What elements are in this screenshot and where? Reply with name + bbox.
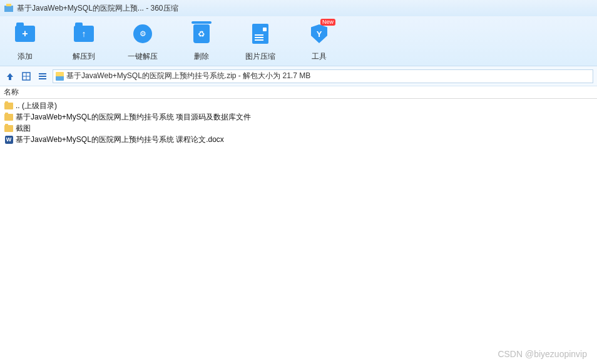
view-list-icon[interactable] [36,70,49,83]
tools-button[interactable]: New Y 工具 [300,20,338,66]
extract-icon: ↑ [74,26,94,42]
main-toolbar: + 添加 ↑ 解压到 ⚙ 一键解压 ♻ 删除 图片压缩 New Y 工具 [0,16,597,66]
list-item[interactable]: 基于JavaWeb+MySQL的医院网上预约挂号系统 项目源码及数据库文件 [0,111,597,123]
list-item[interactable]: W 基于JavaWeb+MySQL的医院网上预约挂号系统 课程论文.docx [0,134,597,145]
view-grid-icon[interactable] [20,70,33,83]
list-item[interactable]: .. (上级目录) [0,100,597,111]
image-compress-icon [252,24,268,44]
tools-icon: Y [311,24,327,43]
app-icon [4,3,14,13]
gear-icon: ⚙ [133,24,152,43]
svg-rect-1 [6,4,11,6]
image-compress-button[interactable]: 图片压缩 [242,20,279,66]
file-list: .. (上级目录) 基于JavaWeb+MySQL的医院网上预约挂号系统 项目源… [0,99,597,146]
file-name: 基于JavaWeb+MySQL的医院网上预约挂号系统 项目源码及数据库文件 [16,112,251,123]
trash-icon: ♻ [193,24,210,43]
folder-icon [4,113,14,121]
path-input[interactable]: 基于JavaWeb+MySQL的医院网上预约挂号系统.zip - 解包大小为 2… [53,69,593,83]
folder-icon [4,124,14,133]
extract-to-button[interactable]: ↑ 解压到 [65,20,103,66]
new-badge: New [320,19,335,26]
word-icon: W [4,135,14,144]
title-bar: 基于JavaWeb+MySQL的医院网上预... - 360压缩 [0,0,597,16]
svg-rect-0 [4,6,13,12]
add-icon: + [15,26,35,42]
file-name: .. (上级目录) [16,101,57,111]
watermark: CSDN @biyezuopinvip [498,349,587,359]
file-name: 截图 [16,123,31,134]
archive-icon [56,72,64,81]
path-bar: 基于JavaWeb+MySQL的医院网上预约挂号系统.zip - 解包大小为 2… [0,66,597,86]
delete-button[interactable]: ♻ 删除 [183,20,220,66]
up-icon[interactable] [4,70,16,83]
path-text: 基于JavaWeb+MySQL的医院网上预约挂号系统.zip - 解包大小为 2… [66,71,310,81]
file-name: 基于JavaWeb+MySQL的医院网上预约挂号系统 课程论文.docx [16,134,224,145]
column-header[interactable]: 名称 [0,86,597,99]
column-name: 名称 [4,87,19,98]
window-title: 基于JavaWeb+MySQL的医院网上预... - 360压缩 [17,3,178,14]
folder-icon [4,101,14,110]
one-click-extract-button[interactable]: ⚙ 一键解压 [124,20,161,66]
list-item[interactable]: 截图 [0,123,597,134]
add-button[interactable]: + 添加 [6,20,44,66]
